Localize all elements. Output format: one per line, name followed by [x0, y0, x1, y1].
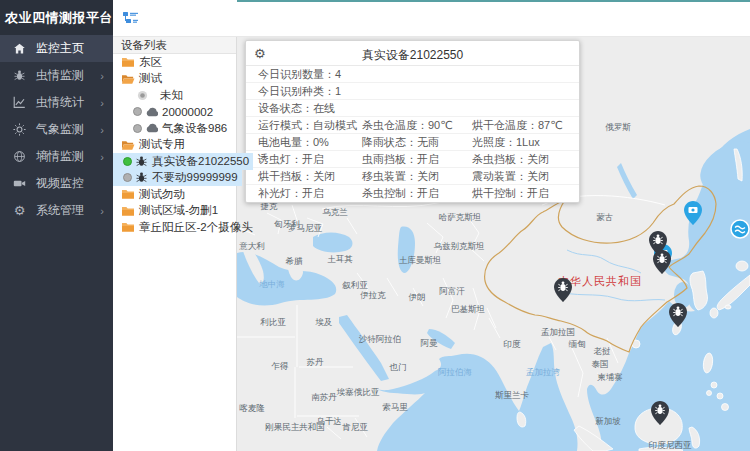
insect-device-pin[interactable] — [669, 303, 687, 331]
insect-device-icon — [135, 155, 148, 168]
popup-title: 真实设备21022550 — [362, 48, 463, 62]
popup-grid-row: 补光灯：开启杀虫控制：开启烘干控制：开启 — [246, 185, 579, 202]
device-tree: 东区测试未知20000002气象设备986测试专用真实设备21022550不要动… — [113, 54, 236, 236]
map-canvas[interactable]: 俄罗斯蒙古哈萨克斯坦乌克兰捷克匈牙利罗马尼亚意大利希腊土耳其乌兹别克斯坦土库曼斯… — [237, 37, 750, 451]
sidebar-item-0[interactable]: 监控主页 — [0, 35, 113, 62]
popup-stat-row: 今日识别数量：4 — [246, 66, 579, 83]
tree-item-label: 东区 — [139, 55, 162, 70]
tree-item[interactable]: 未知 — [113, 87, 236, 104]
chevron-right-icon: › — [100, 97, 104, 109]
tree-item[interactable]: 测试 — [113, 71, 236, 88]
popup-grid-cell: 烘干仓温度：87℃ — [472, 117, 579, 134]
sidebar-nav: 监控主页虫情监测›虫情统计›气象监测›墒情监测›视频监控⚙系统管理› — [0, 35, 113, 224]
device-panel: 设备列表 东区测试未知20000002气象设备986测试专用真实设备210225… — [113, 37, 237, 451]
popup-grid-cell: 烘干挡板：关闭 — [258, 168, 362, 185]
weather-icon — [12, 122, 27, 137]
folder-open-icon — [121, 73, 135, 85]
popup-grid-cell: 降雨状态：无雨 — [362, 134, 472, 151]
tree-list-icon[interactable] — [122, 10, 139, 27]
tree-item[interactable]: 章丘阳丘区-2个摄像头 — [113, 219, 257, 236]
folder-closed-icon — [121, 205, 135, 217]
chevron-right-icon: › — [100, 205, 104, 217]
popup-grid-cell: 诱虫灯：开启 — [258, 151, 362, 168]
sidebar-item-1[interactable]: 虫情监测› — [0, 62, 113, 89]
tree-item-label: 测试勿动 — [139, 187, 185, 202]
insect-device-icon — [135, 171, 148, 184]
tree-item-label: 测试专用 — [139, 137, 185, 152]
sidebar-item-label: 墒情监测 — [36, 148, 84, 165]
popup-grid-cell: 光照度：1Lux — [472, 134, 579, 151]
sidebar-item-label: 虫情监测 — [36, 67, 84, 84]
device-info-popup: ⚙ 真实设备21022550 今日识别数量：4今日识别种类：1设备状态：在线 运… — [245, 40, 580, 203]
tree-item[interactable]: 气象设备986 — [113, 120, 236, 137]
weather-device-icon — [145, 107, 158, 117]
tree-item[interactable]: 真实设备21022550 — [113, 153, 253, 170]
popup-grid-cell: 杀虫挡板：关闭 — [472, 151, 579, 168]
popup-grid-cell: 杀虫仓温度：90℃ — [362, 117, 472, 134]
popup-header: ⚙ 真实设备21022550 — [246, 41, 579, 66]
chevron-right-icon: › — [100, 70, 104, 82]
folder-closed-icon — [121, 221, 135, 233]
folder-closed-icon — [121, 188, 135, 200]
tree-item[interactable]: 东区 — [113, 54, 236, 71]
insect-device-pin[interactable] — [651, 401, 669, 429]
tree-item[interactable]: 20000002 — [113, 104, 236, 121]
tree-item[interactable]: 不要动99999999 — [113, 170, 242, 187]
folder-open-icon — [121, 139, 135, 151]
weather-device-pin[interactable] — [684, 201, 702, 229]
topbar — [113, 0, 750, 37]
app-title: 农业四情测报平台 — [0, 0, 113, 35]
status-dot-offline — [123, 173, 132, 182]
sidebar-item-2[interactable]: 虫情统计› — [0, 89, 113, 116]
tree-item[interactable]: 测试专用 — [113, 137, 236, 154]
sidebar-item-4[interactable]: 墒情监测› — [0, 143, 113, 170]
popup-status-grid: 运行模式：自动模式杀虫仓温度：90℃烘干仓温度：87℃电池电量：0%降雨状态：无… — [246, 117, 579, 202]
gear-icon: ⚙ — [12, 203, 27, 218]
tree-item-label: 20000002 — [162, 106, 213, 118]
tree-item-label: 气象设备986 — [162, 121, 227, 136]
status-dot-offline — [133, 107, 142, 116]
popup-grid-row: 诱虫灯：开启虫雨挡板：开启杀虫挡板：关闭 — [246, 151, 579, 168]
top-accent-bar — [237, 0, 750, 2]
sidebar-item-6[interactable]: ⚙系统管理› — [0, 197, 113, 224]
popup-grid-cell: 补光灯：开启 — [258, 185, 362, 202]
tree-item[interactable]: 测试区域-勿删1 — [113, 203, 236, 220]
weather-device-icon — [145, 123, 158, 133]
popup-grid-cell: 电池电量：0% — [258, 134, 362, 151]
insect-device-pin[interactable] — [554, 278, 572, 306]
home-icon — [12, 41, 27, 56]
tree-item-label: 不要动99999999 — [152, 170, 238, 185]
popup-stat-row: 今日识别种类：1 — [246, 83, 579, 100]
chevron-right-icon: › — [100, 124, 104, 136]
tree-item-label: 测试 — [139, 71, 162, 86]
status-dot-offline — [133, 124, 142, 133]
unknown-marker-icon — [137, 90, 148, 101]
popup-stats: 今日识别数量：4今日识别种类：1设备状态：在线 — [246, 66, 579, 117]
device-panel-header: 设备列表 — [113, 37, 236, 54]
sidebar-item-label: 虫情统计 — [36, 94, 84, 111]
sidebar-item-3[interactable]: 气象监测› — [0, 116, 113, 143]
popup-grid-cell: 杀虫控制：开启 — [362, 185, 472, 202]
sidebar-item-label: 系统管理 — [36, 202, 84, 219]
popup-grid-row: 运行模式：自动模式杀虫仓温度：90℃烘干仓温度：87℃ — [246, 117, 579, 134]
popup-grid-cell: 移虫装置：关闭 — [362, 168, 472, 185]
bug-icon — [12, 68, 27, 83]
popup-grid-cell: 运行模式：自动模式 — [258, 117, 362, 134]
globe-icon — [12, 149, 27, 164]
sidebar-item-label: 气象监测 — [36, 121, 84, 138]
chevron-right-icon: › — [100, 151, 104, 163]
folder-closed-icon — [121, 56, 135, 68]
app-root: 农业四情测报平台 监控主页虫情监测›虫情统计›气象监测›墒情监测›视频监控⚙系统… — [0, 0, 750, 451]
cluster-badge[interactable] — [730, 219, 750, 243]
tree-item[interactable]: 测试勿动 — [113, 186, 236, 203]
sidebar-item-label: 视频监控 — [36, 175, 84, 192]
popup-grid-cell: 烘干控制：开启 — [472, 185, 579, 202]
popup-grid-row: 烘干挡板：关闭移虫装置：关闭震动装置：关闭 — [246, 168, 579, 185]
popup-grid-row: 电池电量：0%降雨状态：无雨光照度：1Lux — [246, 134, 579, 151]
insect-device-pin[interactable] — [653, 250, 671, 278]
sidebar: 农业四情测报平台 监控主页虫情监测›虫情统计›气象监测›墒情监测›视频监控⚙系统… — [0, 0, 113, 451]
gear-icon[interactable]: ⚙ — [254, 41, 266, 66]
popup-grid-cell: 震动装置：关闭 — [472, 168, 579, 185]
popup-grid-cell: 虫雨挡板：开启 — [362, 151, 472, 168]
sidebar-item-5[interactable]: 视频监控 — [0, 170, 113, 197]
